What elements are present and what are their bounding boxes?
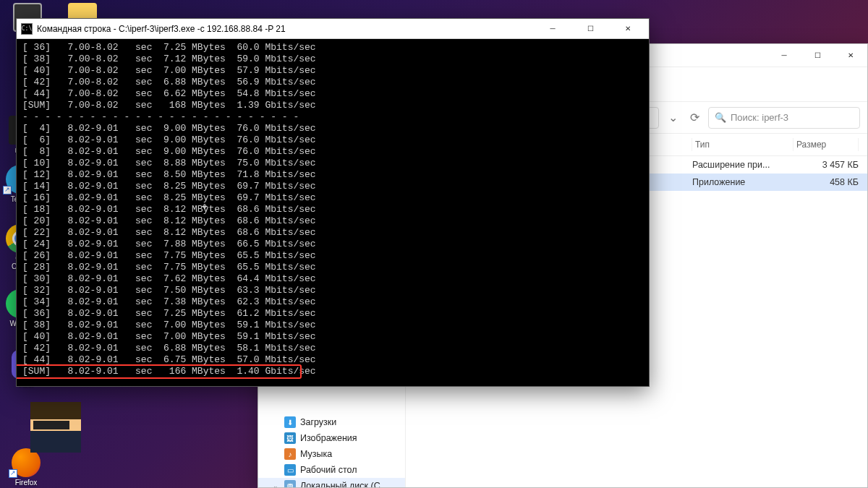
tree-folder-icon: ♪	[284, 448, 296, 460]
tree-item-label: Локальный диск (C	[300, 481, 380, 487]
close-button[interactable]: ✕	[834, 45, 867, 67]
cmd-title-text: Командная строка - C:\iperf-3\iperf3.exe…	[37, 24, 532, 34]
maximize-button[interactable]: ☐	[801, 45, 834, 67]
minimize-button[interactable]: ─	[767, 45, 801, 67]
cell-size: 3 457 КБ	[793, 160, 859, 170]
minimize-button[interactable]: ─	[536, 20, 569, 38]
cmd-titlebar[interactable]: C:\ Командная строка - C:\iperf-3\iperf3…	[17, 19, 649, 39]
search-icon: 🔍	[715, 112, 726, 123]
cmd-icon: C:\	[21, 23, 33, 35]
maximize-button[interactable]: ☐	[574, 20, 607, 38]
tree-item[interactable]: ▭ Рабочий стол	[258, 462, 405, 478]
search-placeholder: Поиск: iperf-3	[731, 112, 788, 123]
search-box[interactable]: 🔍 Поиск: iperf-3	[708, 107, 860, 129]
shortcut-badge-icon: ↗	[9, 469, 17, 478]
tree-folder-icon: 🖼	[284, 432, 296, 444]
tree-item-label: Рабочий стол	[300, 465, 357, 475]
refresh-button[interactable]: ⟳	[686, 110, 702, 126]
cell-size: 458 КБ	[793, 177, 859, 187]
cmd-window[interactable]: C:\ Командная строка - C:\iperf-3\iperf3…	[16, 18, 650, 387]
address-dropdown[interactable]: ⌄	[665, 110, 681, 126]
mouse-cursor-icon: ⌖	[202, 201, 208, 213]
tree-item-label: Загрузки	[300, 417, 336, 427]
wallpaper-character-icon	[30, 402, 81, 453]
col-size[interactable]: Размер	[793, 138, 859, 151]
cell-type: Приложение	[692, 177, 793, 187]
tree-folder-icon: ⛃	[284, 480, 296, 487]
tree-item[interactable]: ⌄ ⛃ Локальный диск (C	[258, 478, 405, 487]
tree-item[interactable]: ♪ Музыка	[258, 446, 405, 462]
highlight-rect	[17, 364, 302, 379]
close-button[interactable]: ✕	[611, 20, 644, 38]
tree-item[interactable]: ⬇ Загрузки	[258, 414, 405, 430]
cell-type: Расширение при...	[692, 160, 793, 170]
cmd-output[interactable]: [ 36] 7.00-8.02 sec 7.25 MBytes 60.0 Mbi…	[17, 39, 649, 386]
chevron-icon: ⌄	[273, 482, 280, 487]
tree-item[interactable]: 🖼 Изображения	[258, 430, 405, 446]
col-type[interactable]: Тип	[692, 138, 793, 151]
icon-label: Firefox	[7, 479, 45, 487]
tree-item-label: Музыка	[300, 449, 332, 459]
tree-folder-icon: ⬇	[284, 416, 296, 428]
tree-folder-icon: ▭	[284, 464, 296, 476]
shortcut-badge-icon: ↗	[3, 186, 12, 194]
tree-item-label: Изображения	[300, 433, 357, 443]
desktop-icon-firefox[interactable]: ↗ Firefox	[7, 448, 45, 487]
